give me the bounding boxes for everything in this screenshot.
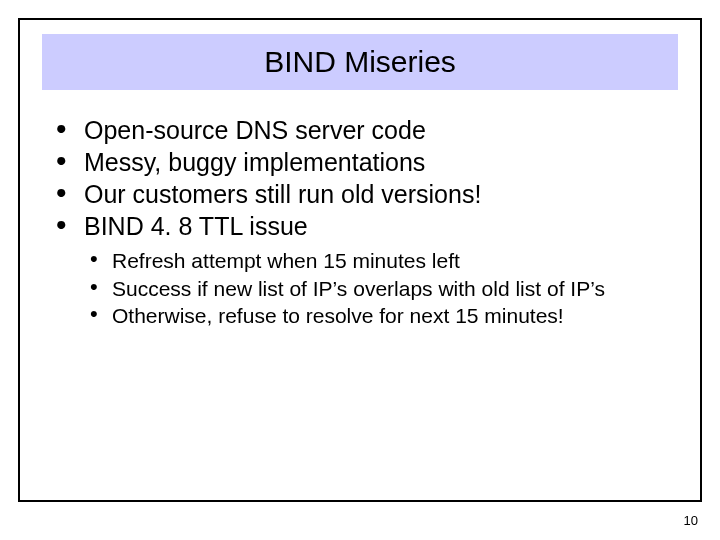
- list-item: Messy, buggy implementations: [56, 146, 664, 178]
- list-item: Our customers still run old versions!: [56, 178, 664, 210]
- page-number: 10: [684, 513, 698, 528]
- slide-frame: BIND Miseries Open-source DNS server cod…: [18, 18, 702, 502]
- list-item: BIND 4. 8 TTL issue: [56, 210, 664, 242]
- bullet-text: Messy, buggy implementations: [84, 148, 425, 176]
- list-item: Open-source DNS server code: [56, 114, 664, 146]
- list-item: Otherwise, refuse to resolve for next 15…: [90, 303, 664, 329]
- bullet-list: Open-source DNS server code Messy, buggy…: [56, 114, 664, 242]
- list-item: Success if new list of IP’s overlaps wit…: [90, 276, 664, 302]
- bullet-text: Our customers still run old versions!: [84, 180, 481, 208]
- list-item: Refresh attempt when 15 minutes left: [90, 248, 664, 274]
- sub-bullet-text: Refresh attempt when 15 minutes left: [112, 249, 460, 272]
- bullet-text: BIND 4. 8 TTL issue: [84, 212, 308, 240]
- sub-bullet-text: Success if new list of IP’s overlaps wit…: [112, 277, 605, 300]
- sub-bullet-list: Refresh attempt when 15 minutes left Suc…: [56, 248, 664, 329]
- bullet-text: Open-source DNS server code: [84, 116, 426, 144]
- title-band: BIND Miseries: [42, 34, 678, 90]
- sub-bullet-text: Otherwise, refuse to resolve for next 15…: [112, 304, 564, 327]
- slide-content: Open-source DNS server code Messy, buggy…: [20, 90, 700, 329]
- slide-title: BIND Miseries: [264, 45, 456, 79]
